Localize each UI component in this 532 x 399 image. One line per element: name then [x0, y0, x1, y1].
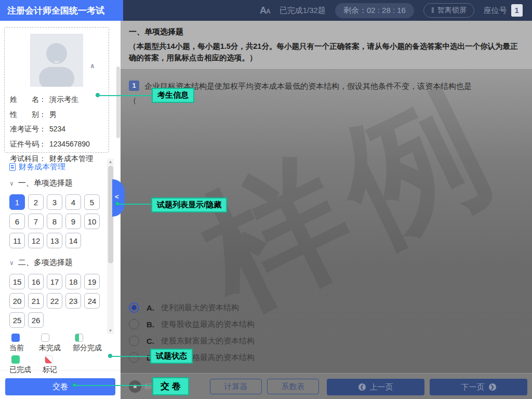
chevron-left-icon: < — [115, 193, 119, 201]
candidate-info-row: 姓 名：演示考生 — [10, 92, 103, 107]
candidate-info-row: 准考证号：5234 — [10, 122, 103, 137]
app-title: 注册会计师全国统一考试 — [0, 0, 123, 21]
legend-item-marked: 标记 — [43, 355, 74, 375]
calculator-button[interactable]: 计算器 — [210, 379, 262, 394]
legend-item-current: 当前 — [9, 334, 39, 353]
legend-item-done: 已完成 — [9, 355, 43, 375]
question-number-button[interactable]: 16 — [28, 274, 44, 289]
scroll-up-icon[interactable]: ▲ — [107, 159, 114, 164]
question-number-button[interactable]: 19 — [84, 274, 100, 289]
question-number-button[interactable]: 24 — [84, 293, 100, 309]
divider — [0, 370, 121, 370]
time-remaining-badge: 剩余：02 : 28 : 16 — [335, 3, 414, 18]
top-bar: 注册会计师全国统一考试 AA 已完成1/32题 剩余：02 : 28 : 16 … — [0, 0, 532, 21]
option-key: B. — [147, 320, 161, 329]
option-text: 使利润最大的资本结构 — [161, 303, 239, 313]
section-toggle[interactable]: ∨一、单项选择题 — [9, 178, 101, 188]
annotation-candidate-info: 考生信息 — [152, 88, 194, 103]
seat-label: 座位号 — [484, 6, 507, 16]
prev-page-button[interactable]: ❮ 上一页 — [327, 379, 424, 395]
annotation-list-toggle: 试题列表显示/隐藏 — [151, 197, 227, 212]
legend-item-partial: 部分完成 — [73, 334, 113, 353]
pause-lock-label: 暂离锁屏 — [437, 6, 467, 15]
status-swatch-marked — [45, 355, 53, 364]
chevron-down-icon: ∨ — [9, 259, 14, 267]
annotation-line — [111, 356, 151, 357]
annotation-submit: 交 卷 — [152, 377, 189, 395]
annotation-question-status: 试题状态 — [150, 349, 193, 364]
question-number-button[interactable]: 22 — [47, 293, 62, 309]
question-number-button[interactable]: 20 — [9, 293, 25, 309]
question-number-button[interactable]: 6 — [9, 214, 25, 229]
question-number-button[interactable]: 4 — [65, 194, 81, 210]
status-swatch-current — [11, 334, 20, 342]
question-number-button[interactable]: 21 — [28, 293, 44, 309]
avatar — [30, 34, 83, 87]
document-icon — [9, 163, 16, 171]
subject-link[interactable]: 财务成本管理 — [9, 162, 101, 172]
question-number-button[interactable]: 12 — [28, 233, 44, 248]
radio-icon[interactable] — [129, 319, 139, 329]
star-icon: ★ — [132, 383, 138, 390]
seat-number: 1 — [511, 4, 523, 17]
radio-icon[interactable] — [129, 336, 139, 346]
status-swatch-partial — [75, 334, 83, 342]
pause-icon: ‖ — [431, 6, 434, 15]
content-scrollbar[interactable] — [116, 66, 120, 138]
question-number-button[interactable]: 5 — [84, 194, 100, 210]
question-number-button[interactable]: 23 — [65, 293, 81, 309]
next-page-button[interactable]: 下一页 ❯ — [430, 379, 527, 395]
question-number-button[interactable]: 11 — [9, 233, 25, 248]
question-number-badge: 1 — [129, 81, 139, 91]
question-number-button[interactable]: 3 — [47, 194, 62, 210]
section-toggle[interactable]: ∨二、多项选择题 — [9, 258, 101, 268]
question-number-button[interactable]: 14 — [65, 233, 81, 248]
chevron-up-icon[interactable]: ∧ — [89, 62, 95, 70]
status-swatch-done — [11, 355, 20, 364]
question-number-button[interactable]: 2 — [28, 194, 44, 210]
pause-lock-button[interactable]: ‖ 暂离锁屏 — [423, 3, 474, 18]
option-row[interactable]: A.使利润最大的资本结构 — [129, 299, 255, 316]
radio-selected-icon[interactable] — [129, 302, 139, 313]
question-number-button[interactable]: 17 — [47, 274, 62, 289]
question-content: 样例 1 企业目标资本结构是使加权平均资本成本最低的资本结构，假设其他条件不变，… — [121, 70, 532, 374]
chevron-down-icon: ∨ — [9, 180, 14, 187]
question-number-button[interactable]: 18 — [65, 274, 81, 289]
section-header: 一、单项选择题 （本题型共14小题，每小题1.5分，共21分。每小题只有一个正确… — [121, 21, 532, 70]
submit-button[interactable]: 交卷 — [5, 378, 115, 395]
candidate-info-row: 性 别：男 — [10, 107, 103, 122]
annotation-line — [75, 385, 153, 386]
annotation-line — [118, 204, 152, 205]
question-number-button[interactable]: 9 — [65, 214, 81, 229]
question-number-button[interactable]: 7 — [28, 214, 44, 229]
option-key: A. — [147, 303, 161, 312]
status-swatch-todo — [41, 334, 49, 342]
question-number-button[interactable]: 1 — [9, 194, 25, 210]
candidate-info-card: ∧ 姓 名：演示考生性 别：男准考证号：5234证件号码：1234567890考… — [4, 27, 109, 153]
font-size-icon[interactable]: AA — [260, 5, 270, 16]
progress-text: 已完成1/32题 — [280, 6, 326, 16]
legend-item-todo: 未完成 — [39, 334, 73, 353]
radio-icon[interactable] — [129, 352, 139, 363]
chevron-right-icon: ❯ — [489, 383, 496, 391]
question-number-button[interactable]: 25 — [9, 312, 25, 328]
scroll-down-icon[interactable]: ▼ — [107, 328, 114, 333]
option-text: 使每股收益最高的资本结构 — [161, 320, 255, 329]
coefficient-table-button[interactable]: 系数表 — [267, 379, 319, 394]
sidebar: ∧ 姓 名：演示考生性 别：男准考证号：5234证件号码：1234567890考… — [0, 21, 121, 399]
option-row[interactable]: C.使股东财富最大的资本结构 — [129, 332, 255, 349]
candidate-info-row: 证件号码：1234567890 — [10, 137, 103, 152]
option-row[interactable]: B.使每股收益最高的资本结构 — [129, 316, 255, 332]
chevron-left-icon: ❮ — [358, 383, 366, 391]
question-number-button[interactable]: 8 — [47, 214, 62, 229]
question-number-button[interactable]: 13 — [47, 233, 62, 248]
question-number-button[interactable]: 26 — [28, 312, 44, 328]
question-number-button[interactable]: 15 — [9, 274, 25, 289]
option-text: 使股东财富最大的资本结构 — [161, 336, 255, 346]
annotation-line — [99, 95, 152, 96]
question-nav: 财务成本管理 ∨一、单项选择题1234567891011121314∨二、多项选… — [9, 162, 101, 337]
section-title: 一、单项选择题 — [129, 27, 524, 37]
question-number-button[interactable]: 10 — [84, 214, 100, 229]
status-legend: 当前未完成部分完成已完成标记 — [9, 334, 113, 377]
option-key: C. — [147, 337, 161, 345]
